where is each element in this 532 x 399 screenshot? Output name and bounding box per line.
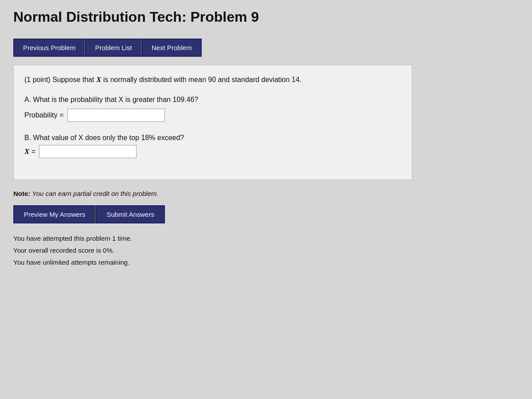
next-problem-button[interactable]: Next Problem — [142, 39, 202, 57]
variable-x-statement: X — [96, 75, 101, 84]
note-italic: You can earn partial credit on this prob… — [32, 190, 159, 197]
problem-statement: (1 point) Suppose that X is normally dis… — [24, 74, 401, 86]
problem-statement-rest: is normally distributed with mean 90 and… — [103, 76, 301, 83]
probability-input[interactable] — [67, 109, 165, 122]
note-bold: Note: — [13, 190, 30, 197]
attempt-info: You have attempted this problem 1 time. … — [13, 232, 519, 268]
x-answer-row: X = — [24, 145, 401, 158]
problem-points: (1 point) Suppose that — [24, 76, 94, 83]
variable-x-part-b: X — [78, 134, 83, 141]
part-a-label: A. What is the probability that X is gre… — [24, 94, 401, 105]
variable-x-part-a: X — [119, 96, 124, 103]
attempt-line-2: Your overall recorded score is 0%. — [13, 244, 519, 256]
page-title: Normal Distribution Tech: Problem 9 — [13, 9, 519, 30]
note-section: Note: You can earn partial credit on thi… — [13, 190, 519, 197]
action-buttons: Preview My Answers Submit Answers — [13, 205, 519, 223]
probability-answer-row: Probability = — [24, 109, 401, 122]
probability-label: Probability = — [24, 111, 64, 119]
nav-buttons: Previous Problem Problem List Next Probl… — [13, 39, 519, 57]
part-b-label: B. What value of X does only the top 18%… — [24, 133, 401, 143]
preview-answers-button[interactable]: Preview My Answers — [13, 205, 96, 223]
submit-answers-button[interactable]: Submit Answers — [96, 205, 165, 223]
attempt-line-3: You have unlimited attempts remaining. — [13, 256, 519, 268]
previous-problem-button[interactable]: Previous Problem — [13, 39, 85, 57]
problem-list-button[interactable]: Problem List — [85, 39, 141, 57]
problem-box: (1 point) Suppose that X is normally dis… — [13, 65, 412, 180]
attempt-line-1: You have attempted this problem 1 time. — [13, 232, 519, 244]
x-input[interactable] — [39, 145, 137, 158]
x-label: X = — [24, 147, 35, 156]
